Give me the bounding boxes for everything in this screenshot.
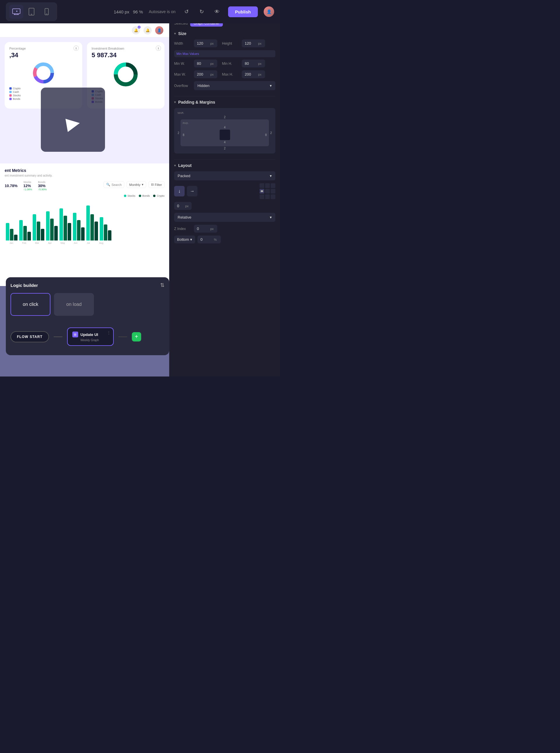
position-dropdown[interactable]: Relative ▾ bbox=[174, 213, 275, 222]
investment-card-title: Investment Breakdown bbox=[92, 47, 160, 50]
zindex-input[interactable]: px bbox=[194, 225, 217, 233]
min-h-field[interactable] bbox=[245, 61, 256, 66]
monthly-select[interactable]: Monthly ▾ bbox=[126, 181, 146, 188]
alert-icon[interactable]: 🔔 bbox=[143, 26, 152, 35]
align-cell-8[interactable] bbox=[265, 194, 270, 199]
label-mar: Mar bbox=[32, 242, 43, 244]
layout-chevron-icon: ▾ bbox=[174, 163, 176, 168]
min-h-input[interactable]: px bbox=[242, 60, 265, 67]
maxw-row: Max W. px Max H. px bbox=[174, 70, 275, 78]
align-cell-6[interactable] bbox=[271, 189, 275, 193]
align-cell-4-active[interactable] bbox=[260, 189, 264, 193]
direction-right-btn[interactable]: → bbox=[187, 186, 198, 196]
search-placeholder: Search bbox=[112, 183, 122, 187]
investment-card-value: 5 987.34 bbox=[92, 51, 160, 59]
align-cell-1[interactable] bbox=[260, 183, 264, 188]
metrics-title: ent Metrics bbox=[5, 168, 164, 173]
pad-label: PAD. bbox=[183, 122, 267, 124]
canvas-area: 🔔 2 🔔 👤 ℹ Percentage ,34 bbox=[0, 23, 169, 376]
max-w-field[interactable] bbox=[197, 72, 208, 76]
flow-node-menu-icon[interactable]: ⋮ bbox=[107, 330, 111, 335]
position-label: Relative bbox=[178, 215, 191, 219]
min-w-unit: px bbox=[210, 62, 214, 65]
overflow-value: Hidden bbox=[198, 83, 209, 88]
align-cell-7[interactable] bbox=[260, 194, 264, 199]
search-box[interactable]: 🔍 Search bbox=[103, 181, 124, 188]
bar-apr-crypto bbox=[54, 226, 58, 240]
align-cell-3[interactable] bbox=[271, 183, 275, 188]
bottom-value-field[interactable] bbox=[200, 237, 212, 242]
mobile-device-btn[interactable] bbox=[40, 5, 54, 19]
on-load-trigger[interactable]: on load bbox=[54, 293, 94, 316]
metrics-controls-wrapper: 🔍 Search Monthly ▾ ⊟ Filter bbox=[103, 181, 164, 190]
max-h-field[interactable] bbox=[245, 72, 256, 76]
tablet-device-btn[interactable] bbox=[24, 5, 39, 19]
height-unit: px bbox=[258, 42, 262, 45]
cursor-overlay: ▶ bbox=[41, 88, 105, 152]
padding-section-title: Padding & Margins bbox=[178, 100, 215, 104]
height-value-field[interactable] bbox=[245, 41, 256, 45]
bonds-legend-label: Bonds bbox=[142, 194, 150, 197]
bottom-select[interactable]: Bottom ▾ bbox=[174, 235, 195, 244]
on-click-trigger[interactable]: on click bbox=[11, 293, 51, 316]
bar-jan-bonds bbox=[10, 229, 14, 240]
min-w-input[interactable]: px bbox=[194, 60, 217, 67]
investment-donut bbox=[92, 61, 160, 88]
gap-input[interactable]: px bbox=[174, 202, 192, 210]
overflow-chevron-icon: ▾ bbox=[270, 83, 272, 88]
dash-header: 🔔 2 🔔 👤 bbox=[0, 23, 169, 37]
user-avatar: 👤 bbox=[264, 6, 274, 17]
align-cell-2[interactable] bbox=[265, 183, 270, 188]
metrics-subtitle: ent investment summary and activity. bbox=[5, 174, 164, 177]
logic-title: Logic builder bbox=[11, 283, 38, 288]
zindex-value-field[interactable] bbox=[197, 227, 208, 231]
label-jan: Jan bbox=[6, 242, 17, 244]
bar-chart bbox=[5, 200, 164, 240]
max-h-input[interactable]: px bbox=[242, 70, 265, 78]
flow-update-ui-node[interactable]: ⊞ Update UI Weekly Graph ⋮ bbox=[67, 327, 114, 346]
desktop-device-btn[interactable]: ★ bbox=[9, 5, 23, 19]
direction-down-btn[interactable]: ↓ bbox=[174, 186, 185, 196]
packed-dropdown[interactable]: Packed ▾ bbox=[174, 171, 275, 180]
width-input[interactable]: px bbox=[194, 39, 217, 47]
bar-group-jun bbox=[73, 213, 85, 240]
width-value-field[interactable] bbox=[197, 41, 208, 45]
max-w-input[interactable]: px bbox=[194, 70, 217, 78]
bar-may-stocks bbox=[60, 208, 63, 240]
layout-section-title: Layout bbox=[178, 163, 192, 168]
align-cell-9[interactable] bbox=[271, 194, 275, 199]
overflow-select[interactable]: Hidden ▾ bbox=[194, 81, 275, 90]
bottom-input[interactable]: % bbox=[198, 235, 221, 244]
bottom-chevron-icon: ▾ bbox=[190, 237, 192, 242]
margin-top-value: 2 bbox=[224, 116, 226, 119]
stocks-stat: Stocks 12% ↑1.08% bbox=[23, 181, 32, 191]
card-info-icon: ℹ bbox=[74, 45, 79, 51]
filter-button[interactable]: ⊟ Filter bbox=[148, 181, 164, 188]
position-chevron-icon: ▾ bbox=[270, 215, 272, 219]
pad-bottom-value: 4 bbox=[224, 141, 226, 144]
publish-button[interactable]: Publish bbox=[228, 6, 258, 17]
bar-feb-stocks bbox=[19, 220, 23, 240]
bar-group-apr bbox=[46, 211, 58, 240]
dash-avatar[interactable]: 👤 bbox=[155, 26, 163, 35]
min-w-field[interactable] bbox=[197, 61, 208, 66]
max-h-unit: px bbox=[258, 73, 262, 76]
bar-jan-crypto bbox=[14, 235, 18, 240]
align-cell-5[interactable] bbox=[265, 189, 270, 193]
size-section: ▾ Size Width px Height px Min Max Values… bbox=[174, 31, 275, 90]
notification-icon[interactable]: 🔔 2 bbox=[132, 26, 140, 35]
preview-btn[interactable]: 👁 bbox=[212, 6, 222, 17]
logic-toggle-btn[interactable]: ⇅ bbox=[160, 282, 164, 288]
gap-value-field[interactable] bbox=[177, 204, 184, 208]
undo-btn[interactable]: ↺ bbox=[181, 6, 192, 17]
redo-btn[interactable]: ↻ bbox=[197, 6, 207, 17]
flow-start-node[interactable]: FLOW START bbox=[11, 331, 49, 342]
height-input[interactable]: px bbox=[242, 39, 265, 47]
height-label: Height bbox=[222, 41, 239, 45]
label-jun: Jun bbox=[70, 242, 81, 244]
flow-node-icon: ⊞ bbox=[72, 331, 78, 337]
legend-stocks: Stocks bbox=[124, 194, 135, 197]
percentage-card-value: ,34 bbox=[9, 51, 78, 59]
chart-labels: Jan Feb Mar Apr May Jun Jul Aug bbox=[5, 240, 164, 244]
flow-add-btn[interactable]: + bbox=[132, 332, 141, 342]
